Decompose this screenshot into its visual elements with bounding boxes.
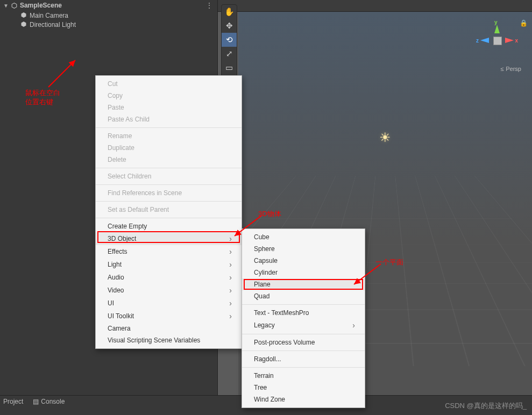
gizmo-z-cone-icon[interactable] (480, 38, 489, 43)
move-tool-button[interactable]: ✥ (222, 19, 237, 33)
menu-separator (242, 367, 365, 368)
ctx-main-item-light[interactable]: Light (96, 258, 242, 271)
ctx-main-item-ui-toolkit[interactable]: UI Toolkit (96, 310, 242, 323)
gizmo-x-cone-icon[interactable] (505, 38, 514, 43)
hierarchy-item-label: Directional Light (30, 21, 76, 28)
rect-tool-button[interactable]: ▭ (222, 61, 237, 75)
scene-toolbar[interactable] (218, 0, 532, 12)
ctx-main-item-camera[interactable]: Camera (96, 323, 242, 334)
menu-item-label: Wind Zone (254, 396, 285, 403)
orientation-gizmo[interactable]: y x z (478, 22, 516, 59)
hierarchy-item-main-camera[interactable]: Main Camera (20, 11, 217, 20)
menu-separator (96, 168, 242, 168)
panel-menu-icon[interactable]: ⋮ (205, 1, 213, 10)
menu-item-label: Capsule (254, 257, 278, 264)
menu-item-label: UI (108, 299, 114, 307)
ctx-sub-item-sphere[interactable]: Sphere (242, 243, 365, 255)
watermark: CSDN @真的是这样的吗_ (445, 401, 527, 411)
gizmo-x-label: x (515, 38, 518, 44)
ctx-main-item-cut: Cut (96, 78, 242, 90)
menu-item-label: Quad (254, 292, 269, 300)
ctx-sub-item-cylinder[interactable]: Cylinder (242, 267, 365, 278)
tab-project[interactable]: Project (3, 398, 23, 405)
gizmo-z-label: z (476, 38, 479, 44)
menu-item-label: Camera (108, 325, 131, 332)
lock-icon[interactable]: 🔒 (520, 19, 528, 27)
tab-label: Project (3, 398, 23, 405)
gizmo-y-cone-icon[interactable] (494, 25, 500, 33)
ctx-main-item-rename: Rename (96, 130, 242, 142)
menu-item-label: Light (108, 261, 122, 268)
tab-console[interactable]: ▤ Console (33, 398, 65, 405)
menu-item-label: Post-process Volume (254, 339, 315, 346)
ctx-main-item-video[interactable]: Video (96, 284, 242, 297)
scene-row[interactable]: ▼ SampleScene (0, 0, 217, 11)
ctx-main-item-audio[interactable]: Audio (96, 271, 242, 284)
persp-label[interactable]: Persp (500, 66, 521, 72)
gizmo-y-label: y (494, 19, 498, 25)
context-menu-3d-object[interactable]: CubeSphereCapsuleCylinderPlaneQuadText -… (242, 228, 365, 408)
hierarchy-item-directional-light[interactable]: Directional Light (20, 20, 217, 29)
ctx-sub-item-quad[interactable]: Quad (242, 290, 365, 302)
ctx-sub-item-ragdoll-[interactable]: Ragdoll... (242, 353, 365, 365)
context-menu-main[interactable]: CutCopyPastePaste As ChildRenameDuplicat… (95, 75, 242, 349)
menu-item-label: Cylinder (254, 269, 278, 276)
ctx-sub-item-wind-zone[interactable]: Wind Zone (242, 393, 365, 405)
menu-separator (242, 350, 365, 351)
foldout-arrow-icon[interactable]: ▼ (3, 3, 9, 9)
ctx-sub-item-post-process-volume[interactable]: Post-process Volume (242, 337, 365, 348)
menu-separator (96, 127, 242, 128)
ctx-main-item-effects[interactable]: Effects (96, 245, 242, 258)
ctx-sub-item-cube[interactable]: Cube (242, 231, 365, 243)
ctx-sub-item-capsule[interactable]: Capsule (242, 255, 365, 267)
menu-item-label: Paste As Child (108, 116, 150, 123)
ctx-main-item-paste-as-child: Paste As Child (96, 113, 242, 125)
gizmo-cube[interactable] (493, 37, 502, 45)
ctx-sub-item-plane[interactable]: Plane (242, 278, 365, 290)
menu-separator (96, 201, 242, 202)
menu-item-label: Rename (108, 132, 132, 140)
ctx-main-item-create-empty[interactable]: Create Empty (96, 220, 242, 232)
gameobject-icon (20, 12, 27, 19)
ctx-sub-item-tree[interactable]: Tree (242, 382, 365, 393)
tab-label: Console (41, 398, 65, 405)
annotation-text-3d-object: 3D物体 (258, 210, 281, 219)
menu-item-label: Ragdoll... (254, 355, 281, 363)
unity-scene-icon (11, 2, 18, 9)
menu-item-label: Audio (108, 274, 124, 281)
menu-item-label: Delete (108, 156, 126, 163)
ctx-main-item-visual-scripting-scene-variables[interactable]: Visual Scripting Scene Variables (96, 334, 242, 346)
ctx-main-item-ui[interactable]: UI (96, 297, 242, 310)
app-root: ▼ SampleScene Main Camera Directional Li… (0, 0, 532, 415)
menu-item-label: Sphere (254, 245, 275, 253)
menu-item-label: Video (108, 287, 124, 294)
console-icon: ▤ (33, 398, 39, 405)
menu-item-label: Cut (108, 80, 118, 88)
rotate-tool-button[interactable]: ⟲ (222, 33, 237, 47)
menu-item-label: Copy (108, 92, 123, 99)
menu-separator (96, 218, 242, 218)
menu-item-label: Terrain (254, 372, 274, 380)
scale-tool-button[interactable]: ⤢ (222, 47, 237, 61)
hierarchy-children: Main Camera Directional Light (0, 11, 217, 29)
menu-item-label: Set as Default Parent (108, 206, 169, 213)
ctx-sub-item-terrain[interactable]: Terrain (242, 370, 365, 382)
menu-item-label: Text - TextMeshPro (254, 309, 309, 317)
sun-gizmo-icon[interactable]: ☀ (379, 130, 391, 145)
annotation-text-rightclick: 鼠标在空白 位置右键 (25, 89, 68, 107)
hand-tool-button[interactable]: ✋ (222, 5, 237, 19)
annotation-text-plane: 一个平面 (375, 258, 403, 267)
ctx-sub-item-legacy[interactable]: Legacy (242, 319, 365, 332)
ctx-main-item-paste: Paste (96, 102, 242, 113)
menu-item-label: Plane (254, 281, 271, 288)
ctx-main-item-copy: Copy (96, 90, 242, 102)
ctx-main-item-3d-object[interactable]: 3D Object (96, 232, 242, 245)
menu-item-label: Legacy (254, 321, 275, 329)
ctx-main-item-duplicate: Duplicate (96, 142, 242, 154)
menu-item-label: 3D Object (108, 235, 136, 242)
menu-item-label: Visual Scripting Scene Variables (108, 337, 200, 344)
ctx-main-item-select-children: Select Children (96, 170, 242, 182)
hierarchy-item-label: Main Camera (30, 12, 68, 19)
ctx-sub-item-text-textmeshpro[interactable]: Text - TextMeshPro (242, 307, 365, 319)
gameobject-icon (20, 21, 27, 28)
